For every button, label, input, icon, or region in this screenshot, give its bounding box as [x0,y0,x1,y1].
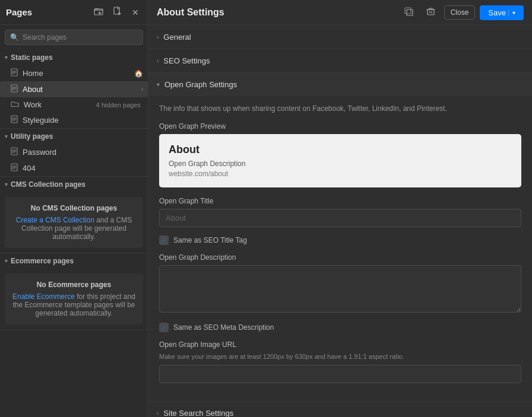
general-header[interactable]: › General [148,26,532,49]
site-search-section: › Site Search Settings [148,402,532,417]
ecommerce-pages-section: ▾ Ecommerce pages No Ecommerce pages Ena… [0,253,148,330]
static-pages-header[interactable]: ▾ Static pages [0,50,148,65]
close-sidebar-button[interactable]: ✕ [129,7,142,18]
og-title-label: Open Graph Title [159,197,521,205]
svg-rect-1 [114,7,119,14]
enable-ecommerce-link[interactable]: Enable Ecommerce [12,292,75,301]
search-icon: 🔍 [10,33,19,42]
opengraph-section: ▾ Open Graph Settings The info that show… [148,73,532,402]
opengraph-content: The info that shows up when sharing cont… [148,96,532,401]
utility-pages-section: ▾ Utility pages Password 404 [0,129,148,177]
list-item[interactable]: 404 [0,160,148,176]
site-search-header[interactable]: › Site Search Settings [148,402,532,417]
og-image-group: Open Graph Image URL Make sure your imag… [159,340,521,383]
seo-meta-checkbox[interactable]: ✓ [159,323,169,332]
sidebar-header: Pages ✕ [0,0,148,25]
ecommerce-pages-header[interactable]: ▾ Ecommerce pages [0,253,148,269]
seo-title-checkbox-row[interactable]: ✓ Same as SEO Title Tag [159,235,521,245]
new-page-button[interactable] [110,5,125,20]
seo-title-checkbox-label: Same as SEO Title Tag [173,236,247,244]
folder-icon [11,100,19,109]
seo-title-checkbox[interactable]: ✓ [159,235,169,245]
general-section: › General [148,26,532,49]
list-item[interactable]: Home 🏠 [0,65,148,81]
seo-meta-checkbox-row[interactable]: ✓ Same as SEO Meta Description [159,323,521,332]
cms-empty-title: No CMS Collection pages [12,204,136,212]
og-preview-box: About Open Graph Description website.com… [159,134,521,187]
sidebar-title: Pages [6,7,32,17]
seo-section: › SEO Settings [148,49,532,73]
og-description-textarea[interactable] [159,265,521,313]
create-cms-collection-link[interactable]: Create a CMS Collection [16,216,94,224]
main-panel: About Settings Close Save ▾ › General › … [148,0,532,417]
utility-pages-label: Utility pages [11,132,53,141]
search-input[interactable] [23,33,138,42]
site-search-chevron-icon: › [157,410,159,416]
svg-rect-9 [428,9,434,15]
ecommerce-pages-label: Ecommerce pages [11,257,74,265]
new-folder-button[interactable] [91,5,106,20]
opengraph-chevron-icon: ▾ [157,81,160,88]
general-label: General [163,33,191,42]
main-header: About Settings Close Save ▾ [148,0,532,26]
cms-pages-header[interactable]: ▾ CMS Collection pages [0,177,148,192]
opengraph-header[interactable]: ▾ Open Graph Settings [148,73,532,96]
utility-pages-header[interactable]: ▾ Utility pages [0,129,148,144]
utility-pages-chevron: ▾ [5,133,8,139]
og-image-input[interactable] [159,365,521,383]
og-description-label: Open Graph Description [159,253,521,262]
page-label: Work [24,100,96,109]
og-image-hint: Make sure your images are at least 1200p… [159,352,521,361]
list-item[interactable]: Styleguide [0,112,148,128]
og-preview-group: Open Graph Preview About Open Graph Desc… [159,122,521,187]
delete-button[interactable] [422,5,439,20]
page-icon [11,163,18,173]
seo-header[interactable]: › SEO Settings [148,49,532,72]
search-bar: 🔍 [5,30,143,45]
list-item[interactable]: About › [0,81,148,97]
page-icon [11,68,18,78]
list-item[interactable]: Password [0,144,148,160]
svg-rect-7 [407,9,413,15]
og-title-group: Open Graph Title [159,197,521,227]
seo-label: SEO Settings [163,56,210,65]
opengraph-description: The info that shows up when sharing cont… [159,103,521,114]
page-chevron-icon: › [141,86,143,93]
og-image-label: Open Graph Image URL [159,340,521,349]
ecommerce-empty-title: No Ecommerce pages [12,281,136,289]
page-label: Home [23,69,134,78]
sidebar: Pages ✕ 🔍 [0,0,148,417]
home-icon: 🏠 [134,69,143,78]
save-dropdown-icon[interactable]: ▾ [508,9,515,16]
close-button[interactable]: Close [444,5,476,20]
page-label: Styleguide [23,116,143,125]
og-preview-desc: Open Graph Description [169,160,512,168]
seo-meta-checkbox-label: Same as SEO Meta Description [173,323,274,332]
list-item[interactable]: Work 4 hidden pages [0,97,148,112]
page-icon [11,147,18,157]
ecommerce-empty-box: No Ecommerce pages Enable Ecommerce for … [5,273,143,324]
static-pages-label: Static pages [11,53,53,62]
og-description-group: Open Graph Description [159,253,521,314]
static-pages-chevron: ▾ [5,55,8,61]
og-preview-label: Open Graph Preview [159,122,521,130]
page-title: About Settings [157,7,395,18]
save-button[interactable]: Save ▾ [480,5,524,20]
cms-empty-text: Create a CMS Collection and a CMS Collec… [12,216,136,241]
page-label: Password [23,148,143,157]
hidden-pages-badge: 4 hidden pages [96,101,141,109]
cms-pages-label: CMS Collection pages [11,180,86,189]
save-label: Save [488,8,506,17]
og-preview-url: website.com/about [169,170,512,178]
close-icon: ✕ [132,8,139,17]
page-icon [11,84,18,94]
og-preview-title: About [169,144,512,156]
svg-rect-8 [405,8,411,14]
og-title-input[interactable] [159,209,521,227]
ecommerce-empty-text: Enable Ecommerce for this project and th… [12,292,136,317]
static-pages-section: ▾ Static pages Home 🏠 About › Work 4 hid… [0,50,148,129]
seo-chevron-icon: › [157,58,159,64]
page-label: 404 [23,164,143,173]
cms-pages-chevron: ▾ [5,182,8,187]
copy-button[interactable] [400,5,417,20]
